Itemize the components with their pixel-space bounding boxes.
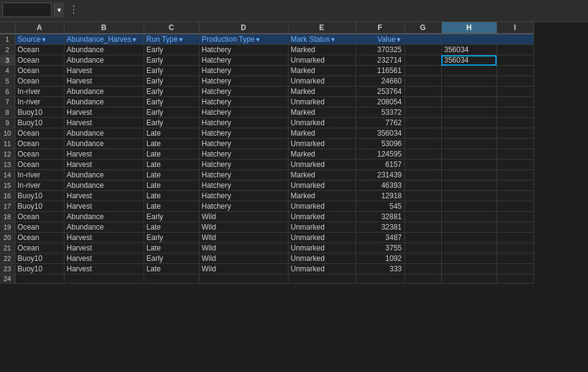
cell-G11[interactable] [404,139,441,149]
cell-F22[interactable]: 1092 [355,254,404,264]
cell-E7[interactable]: Unmarked [288,97,355,107]
cell-H18[interactable] [441,212,497,222]
cell-I17[interactable] [497,201,533,212]
cell-G13[interactable] [404,160,441,170]
cell-A15[interactable]: In-river [15,180,64,191]
cell-B7[interactable]: Abundance [64,97,144,107]
cell-G4[interactable] [404,66,441,76]
cell-B3[interactable]: Abundance [64,55,144,66]
cell-H7[interactable] [441,97,497,107]
cell-A18[interactable]: Ocean [15,212,64,222]
cell-F23[interactable]: 333 [355,264,404,274]
cell-A10[interactable]: Ocean [15,128,64,139]
cell-C6[interactable]: Early [144,87,199,97]
cell-G2[interactable] [404,45,441,55]
cell-A7[interactable]: In-river [15,97,64,107]
cell-C11[interactable]: Late [144,139,199,149]
cell-C20[interactable]: Early [144,233,199,243]
cell-G12[interactable] [404,149,441,160]
cell-B4[interactable]: Harvest [64,66,144,76]
cell-H13[interactable] [441,160,497,170]
cell-B18[interactable]: Abundance [64,212,144,222]
cell-I10[interactable] [497,128,533,139]
cell-H24[interactable] [441,274,497,284]
cell-I8[interactable] [497,107,533,118]
cell-A6[interactable]: In-river [15,87,64,97]
cell-I2[interactable] [497,45,533,55]
header-cell-markstatus[interactable]: Mark Status▼ [288,34,355,45]
cell-B9[interactable]: Harvest [64,118,144,128]
cell-A21[interactable]: Ocean [15,243,64,254]
cell-F6[interactable]: 253764 [355,87,404,97]
cell-G10[interactable] [404,128,441,139]
cell-B22[interactable]: Harvest [64,254,144,264]
cell-D24[interactable] [199,274,288,284]
cell-A11[interactable]: Ocean [15,139,64,149]
cell-F16[interactable]: 12918 [355,191,404,201]
cell-I5[interactable] [497,76,533,87]
cell-B23[interactable]: Harvest [64,264,144,274]
cell-H4[interactable] [441,66,497,76]
cell-B19[interactable]: Abundance [64,222,144,233]
cell-H23[interactable] [441,264,497,274]
header-cell-I[interactable] [497,34,533,45]
cell-G24[interactable] [404,274,441,284]
cell-F4[interactable]: 116561 [355,66,404,76]
cell-D19[interactable]: Wild [199,222,288,233]
cell-I3[interactable] [497,55,533,66]
cell-D21[interactable]: Wild [199,243,288,254]
cell-E16[interactable]: Marked [288,191,355,201]
cell-B11[interactable]: Abundance [64,139,144,149]
cell-G22[interactable] [404,254,441,264]
cell-A3[interactable]: Ocean [15,55,64,66]
header-cell-runtype[interactable]: Run Type▼ [144,34,199,45]
cell-ref-dropdown[interactable]: ▼ [54,2,64,17]
cell-F24[interactable] [355,274,404,284]
cell-G16[interactable] [404,191,441,201]
cell-F17[interactable]: 545 [355,201,404,212]
cell-G9[interactable] [404,118,441,128]
cell-C13[interactable]: Late [144,160,199,170]
cell-C2[interactable]: Early [144,45,199,55]
cell-H9[interactable] [441,118,497,128]
cell-C24[interactable] [144,274,199,284]
cell-D23[interactable]: Wild [199,264,288,274]
cell-H17[interactable] [441,201,497,212]
cell-C22[interactable]: Early [144,254,199,264]
cell-D4[interactable]: Hatchery [199,66,288,76]
cell-I13[interactable] [497,160,533,170]
cell-F2[interactable]: 370325 [355,45,404,55]
cell-A13[interactable]: Ocean [15,160,64,170]
cell-E23[interactable]: Unmarked [288,264,355,274]
cell-C12[interactable]: Late [144,149,199,160]
col-header-D[interactable]: D [199,22,288,34]
cell-C19[interactable]: Late [144,222,199,233]
cell-H10[interactable] [441,128,497,139]
cell-I20[interactable] [497,233,533,243]
col-header-C[interactable]: C [144,22,199,34]
col-header-F[interactable]: F [355,22,404,34]
cell-C17[interactable]: Late [144,201,199,212]
cell-B12[interactable]: Harvest [64,149,144,160]
cell-F11[interactable]: 53096 [355,139,404,149]
cell-H5[interactable] [441,76,497,87]
cell-G21[interactable] [404,243,441,254]
cell-H12[interactable] [441,149,497,160]
cell-I7[interactable] [497,97,533,107]
cell-C10[interactable]: Late [144,128,199,139]
cell-D22[interactable]: Wild [199,254,288,264]
cell-G3[interactable] [404,55,441,66]
cell-H14[interactable] [441,170,497,180]
col-header-G[interactable]: G [404,22,441,34]
cell-I21[interactable] [497,243,533,254]
cell-H6[interactable] [441,87,497,97]
cell-E19[interactable]: Unmarked [288,222,355,233]
cell-F5[interactable]: 24660 [355,76,404,87]
cell-I11[interactable] [497,139,533,149]
col-header-I[interactable]: I [497,22,533,34]
cell-D18[interactable]: Wild [199,212,288,222]
cell-C3[interactable]: Early [144,55,199,66]
header-cell-value[interactable]: Value▼ [355,34,404,45]
cell-D2[interactable]: Hatchery [199,45,288,55]
cell-E2[interactable]: Marked [288,45,355,55]
